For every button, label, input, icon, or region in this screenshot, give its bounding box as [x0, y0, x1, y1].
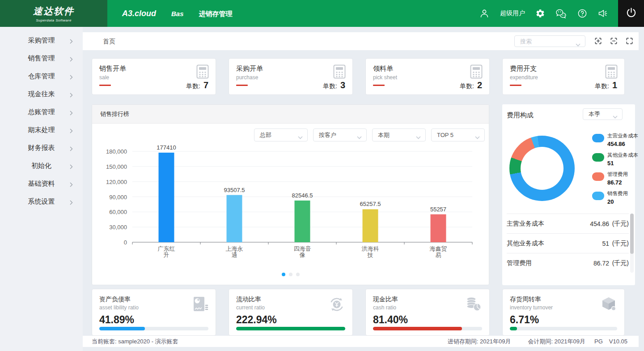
sidebar-item-label: 财务报表 [28, 144, 55, 152]
svg-text:洪海科: 洪海科 [362, 245, 379, 252]
nav-product[interactable]: A3.cloud [122, 9, 156, 18]
stat-card-subtitle: purchase [236, 74, 345, 81]
expense-period-select[interactable]: 本季 [583, 108, 623, 120]
filter-by-customer[interactable]: 按客户 [313, 128, 367, 141]
chevron-down-icon [416, 134, 421, 141]
power-logout-button[interactable] [618, 0, 644, 27]
accounting-period: 会计期间: 2021年09月 [528, 338, 585, 346]
stat-card-pick-sheet[interactable]: 领料单 pick sheet 单数:2 [365, 58, 490, 95]
count-label: 单数: [595, 82, 609, 90]
svg-text:120,000: 120,000 [106, 179, 127, 185]
stat-card-subtitle: sale [99, 74, 208, 81]
svg-text:海鑫贸: 海鑫贸 [430, 245, 447, 252]
search-input[interactable] [515, 36, 568, 47]
sales-ranking-panel: 销售排行榜 总部 按客户 本期 TOP 5 030,00060,00090,00… [92, 104, 489, 285]
count-value: 1 [612, 80, 617, 90]
sidebar-item-purchase[interactable]: 采购管理 [0, 31, 83, 49]
nav-edition[interactable]: Bas [171, 10, 184, 17]
chevron-right-icon [70, 38, 73, 45]
sidebar-item-label: 采购管理 [28, 36, 55, 45]
help-icon[interactable] [577, 9, 587, 18]
stat-card-purchase-order[interactable]: 采购开单 purchase 单数:3 [229, 58, 353, 95]
ratio-card-asset-liability[interactable]: 资产负债率 asset libility ratio 41.89% [92, 289, 216, 336]
brand-logo: 速达软件 Superdata Software [0, 0, 107, 27]
progress-track [99, 327, 208, 330]
search-select[interactable] [514, 35, 585, 47]
bar-广东红升 [159, 153, 174, 242]
sidebar-item-cash[interactable]: 现金往来 [0, 85, 83, 103]
svg-text:0: 0 [124, 239, 127, 246]
pagination-dot[interactable] [296, 273, 300, 276]
legend-swatch [592, 172, 604, 181]
stat-card-expenditure[interactable]: 费用开支 expenditure 单数:1 [502, 58, 625, 95]
expense-list-row: 管理费用 86.72 (千元) [507, 253, 629, 273]
svg-text:177410: 177410 [157, 144, 176, 151]
expense-label: 其他业务成本 [507, 240, 602, 248]
pagination-dot[interactable] [289, 273, 292, 276]
calculator-icon [470, 64, 483, 81]
filter-top-n[interactable]: TOP 5 [431, 128, 485, 141]
current-account: 当前账套: sample2020 - 演示账套 [92, 338, 178, 346]
sidebar-item-financial-reports[interactable]: 财务报表 [0, 139, 83, 157]
svg-text:180,000: 180,000 [106, 148, 127, 155]
stat-card-title: 领料单 [373, 64, 482, 73]
expense-label: 主营业务成本 [507, 220, 590, 228]
zoom-out-icon[interactable] [610, 37, 618, 47]
chevron-right-icon [70, 91, 73, 99]
nav-module[interactable]: 进销存管理 [199, 10, 233, 18]
sidebar-item-sales[interactable]: 销售管理 [0, 49, 83, 67]
chat-wechat-icon[interactable] [555, 9, 567, 19]
sidebar-item-general-ledger[interactable]: 总账管理 [0, 103, 83, 121]
coins-pie-icon [464, 295, 483, 316]
filter-period[interactable]: 本期 [372, 128, 426, 141]
db-label: PG [594, 338, 603, 345]
sidebar-item-label: 初始化 [31, 162, 51, 170]
legend-item: 销售费用20 [592, 190, 638, 205]
sidebar-item-label: 总账管理 [28, 108, 55, 116]
user-icon[interactable] [479, 8, 490, 19]
bar-上海永通 [227, 195, 242, 242]
svg-text:技: 技 [367, 252, 373, 258]
tab-home[interactable]: 首页 [103, 38, 115, 46]
legend-value: 51 [607, 160, 638, 167]
expense-value: 86.72 [593, 260, 609, 267]
fullscreen-icon[interactable] [625, 37, 634, 47]
count-label: 单数: [186, 82, 200, 90]
stat-card-sales-order[interactable]: 销售开单 sale 单数:7 [92, 58, 216, 95]
scrollbar-track[interactable] [630, 214, 634, 273]
sidebar-item-warehouse[interactable]: 仓库管理 [0, 67, 83, 85]
sidebar-item-period-end[interactable]: 期末处理 [0, 121, 83, 139]
svg-text:30,000: 30,000 [109, 224, 127, 231]
scrollbar-thumb[interactable] [630, 214, 634, 254]
stat-card-title: 销售开单 [99, 64, 208, 73]
expense-unit: (千元) [609, 220, 629, 228]
pagination-dot[interactable] [282, 273, 285, 276]
svg-text:易: 易 [436, 252, 441, 258]
sidebar-item-label: 现金往来 [28, 90, 55, 98]
stat-card-title: 采购开单 [236, 64, 345, 73]
chart-filters: 总部 按客户 本期 TOP 5 [254, 128, 485, 141]
filter-value: 按客户 [319, 131, 336, 139]
progress-fill [373, 327, 462, 330]
chevron-down-icon [613, 113, 618, 120]
ratio-card-cash-ratio[interactable]: 现金比率 cash ratio 81.40% [365, 289, 490, 336]
legend-value: 454.86 [607, 141, 638, 147]
sidebar-item-base-data[interactable]: 基础资料 [0, 175, 83, 193]
version-label: V10.05 [609, 338, 627, 345]
chevron-down-icon [357, 134, 362, 141]
current-username[interactable]: 超级用户 [500, 9, 525, 17]
chevron-down-icon [298, 134, 303, 141]
settings-gear-icon[interactable] [535, 9, 545, 18]
ratio-card-inventory-turnover[interactable]: 存货周转率 inventory turnover 6.71% [502, 289, 625, 336]
filter-organization[interactable]: 总部 [254, 128, 308, 141]
zoom-in-icon[interactable] [594, 37, 602, 47]
expense-list: 主营业务成本 454.86 (千元) 其他业务成本 51 (千元) 管理费用 8… [507, 214, 629, 273]
sidebar-item-system-settings[interactable]: 系统设置 [0, 193, 83, 210]
brand-title: 速达软件 [33, 5, 74, 17]
sidebar-item-initialization[interactable]: 初始化 [0, 157, 83, 175]
donut-legend: 主营业务成本454.86 其他业务成本51 管理费用86.72 销售费用20 [592, 133, 638, 210]
ratio-card-current-ratio[interactable]: 流动比率 current ratio 222.94% [229, 289, 353, 336]
speaker-announce-icon[interactable] [597, 9, 608, 18]
chevron-right-icon [70, 145, 73, 153]
filter-value: 总部 [260, 131, 271, 139]
